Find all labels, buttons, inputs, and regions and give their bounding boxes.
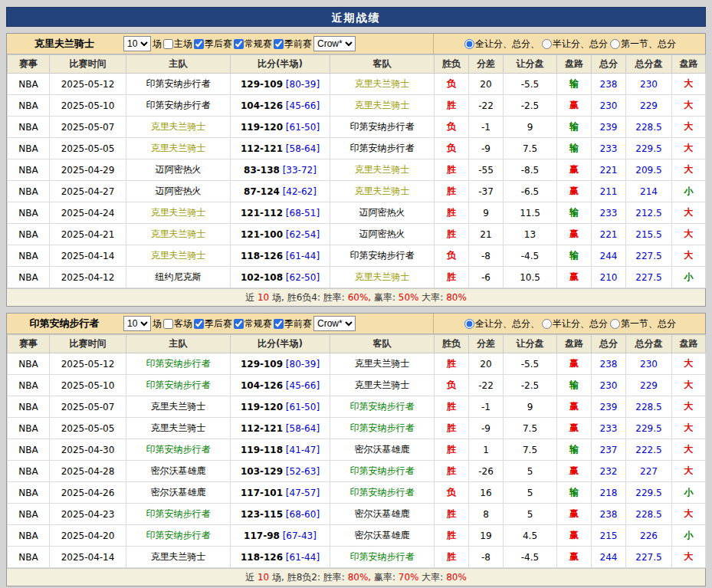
- summary-text: 10: [258, 292, 269, 303]
- venue-filter[interactable]: 客场: [162, 317, 192, 330]
- handicap-result-cell: 输: [557, 482, 592, 504]
- league-cell: NBA: [8, 267, 50, 288]
- filter-bar: 克里夫兰骑士 10 场 主场 季后赛 常规赛: [7, 34, 705, 54]
- diff-cell: 1: [469, 439, 504, 461]
- preseason-checkbox[interactable]: [274, 319, 284, 329]
- score-cell: 119-120 [61-50]: [231, 396, 330, 418]
- col-total: 总分: [592, 335, 626, 353]
- match-row: NBA2025-04-27迈阿密热火87-124 [42-62]克里夫兰骑士胜-…: [8, 181, 706, 202]
- result-cell: 负: [435, 138, 469, 159]
- match-row: NBA2025-04-29迈阿密热火83-138 [33-72]克里夫兰骑士胜-…: [8, 159, 706, 181]
- full-score: 104-126: [241, 380, 283, 391]
- preseason-filter[interactable]: 季前赛: [272, 38, 312, 51]
- score-cell: 83-138 [33-72]: [231, 159, 330, 181]
- col-total-line: 总分盘: [626, 335, 672, 353]
- playoffs-checkbox[interactable]: [194, 319, 204, 329]
- date-cell: 2025-05-10: [50, 95, 126, 117]
- date-cell: 2025-04-23: [50, 504, 126, 525]
- total-cell: 215: [592, 525, 626, 547]
- period-half-radio[interactable]: [542, 39, 552, 49]
- home-team-cell: 迈阿密热火: [126, 181, 231, 202]
- full-score: 83-138: [244, 165, 280, 176]
- date-cell: 2025-05-12: [50, 353, 126, 375]
- date-cell: 2025-04-29: [50, 159, 126, 181]
- period-half-radio[interactable]: [542, 319, 552, 329]
- date-cell: 2025-04-26: [50, 482, 126, 504]
- venue-label: 主场: [174, 38, 192, 51]
- match-row: NBA2025-05-12印第安纳步行者129-109 [80-39]克里夫兰骑…: [8, 353, 706, 375]
- half-score: [42-62]: [280, 186, 317, 197]
- venue-checkbox[interactable]: [163, 39, 173, 49]
- full-score: 87-124: [244, 186, 280, 197]
- handicap-cell: -4.5: [504, 547, 557, 568]
- half-score: [45-66]: [283, 100, 320, 111]
- col-ou-result: 盘路: [672, 55, 706, 74]
- period-option-full[interactable]: 全让分、总分、: [463, 317, 540, 330]
- handicap-cell: 10.5: [504, 267, 557, 288]
- venue-filter[interactable]: 主场: [162, 38, 192, 51]
- ou-result-cell: 大: [672, 353, 706, 375]
- period-full-radio[interactable]: [464, 319, 474, 329]
- period-option-half[interactable]: 半让分、总分: [540, 317, 608, 330]
- regular-season-checkbox[interactable]: [234, 39, 244, 49]
- period-full-label: 全让分、总分、: [475, 317, 540, 330]
- half-score: [58-64]: [283, 423, 320, 434]
- handicap-result-cell: 赢: [557, 418, 592, 439]
- playoffs-filter[interactable]: 季后赛: [192, 317, 232, 330]
- total-line-cell: 228.5: [626, 396, 672, 418]
- col-score: 比分(半场): [231, 55, 330, 74]
- total-cell: 230: [592, 95, 626, 117]
- half-score: [58-64]: [283, 143, 320, 154]
- game-count-select[interactable]: 10: [123, 316, 151, 331]
- preseason-checkbox[interactable]: [274, 39, 284, 49]
- period-option-full[interactable]: 全让分、总分、: [463, 38, 540, 51]
- league-cell: NBA: [8, 504, 50, 525]
- col-league: 赛事: [8, 335, 50, 353]
- period-q1-radio[interactable]: [610, 39, 620, 49]
- total-line-cell: 230: [626, 353, 672, 375]
- regular-season-checkbox[interactable]: [234, 319, 244, 329]
- regular-season-filter[interactable]: 常规赛: [232, 317, 272, 330]
- bookmaker-select[interactable]: Crow*: [313, 316, 356, 331]
- diff-cell: 19: [469, 525, 504, 547]
- away-team-cell: 印第安纳步行者: [330, 396, 435, 418]
- away-team-cell: 克里夫兰骑士: [330, 375, 435, 396]
- summary-text: 大率:: [419, 572, 447, 583]
- bookmaker-select[interactable]: Crow*: [313, 36, 356, 51]
- filter-bar-left: 克里夫兰骑士 10 场 主场 季后赛 常规赛: [7, 34, 433, 54]
- playoffs-filter[interactable]: 季后赛: [192, 38, 232, 51]
- total-line-cell: 229: [626, 95, 672, 117]
- full-score: 112-121: [241, 423, 283, 434]
- score-cell: 119-118 [41-47]: [231, 439, 330, 461]
- score-cell: 103-129 [52-63]: [231, 461, 330, 482]
- result-cell: 胜: [435, 95, 469, 117]
- handicap-cell: -5.5: [504, 74, 557, 95]
- venue-checkbox[interactable]: [163, 319, 173, 329]
- total-line-cell: 229: [626, 375, 672, 396]
- half-score: [61-50]: [283, 122, 320, 133]
- period-option-q1[interactable]: 第一节、总分: [609, 38, 676, 51]
- period-option-half[interactable]: 半让分、总分: [540, 38, 608, 51]
- preseason-label: 季前赛: [284, 317, 312, 330]
- game-count-select[interactable]: 10: [123, 36, 151, 51]
- diff-cell: -22: [469, 375, 504, 396]
- home-team-cell: 克里夫兰骑士: [126, 117, 231, 138]
- period-q1-radio[interactable]: [610, 319, 620, 329]
- match-row: NBA2025-05-12印第安纳步行者129-109 [80-39]克里夫兰骑…: [8, 74, 706, 95]
- match-row: NBA2025-04-14克里夫兰骑士118-126 [61-44]印第安纳步行…: [8, 547, 706, 568]
- diff-cell: -9: [469, 418, 504, 439]
- period-option-q1[interactable]: 第一节、总分: [609, 317, 676, 330]
- total-cell: 238: [592, 74, 626, 95]
- summary-text: 近: [245, 572, 258, 583]
- home-team-cell: 印第安纳步行者: [126, 525, 231, 547]
- handicap-result-cell: 赢: [557, 267, 592, 288]
- regular-season-filter[interactable]: 常规赛: [232, 38, 272, 51]
- diff-cell: -22: [469, 95, 504, 117]
- match-row: NBA2025-04-21克里夫兰骑士121-100 [62-54]迈阿密热火胜…: [8, 224, 706, 245]
- playoffs-checkbox[interactable]: [194, 39, 204, 49]
- preseason-filter[interactable]: 季前赛: [272, 317, 312, 330]
- handicap-result-cell: 赢: [557, 95, 592, 117]
- period-full-radio[interactable]: [464, 39, 474, 49]
- result-cell: 负: [435, 74, 469, 95]
- results-table: 赛事 比赛时间 主队 比分(半场) 客队 胜负 分差 让分盘 盘路 总分 总分盘…: [7, 334, 706, 568]
